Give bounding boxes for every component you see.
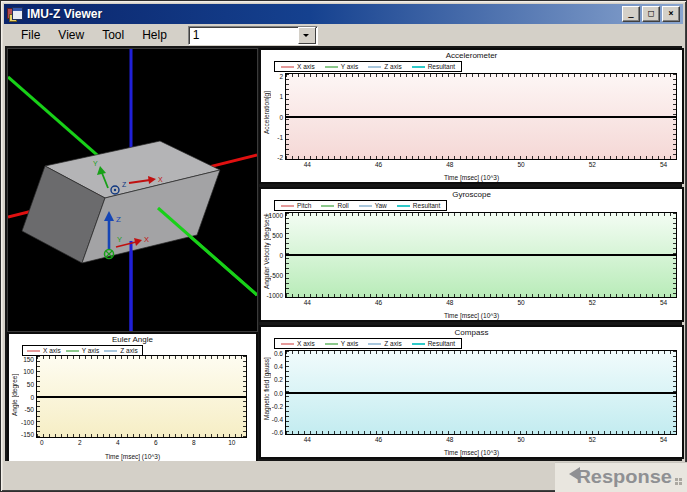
legend-item: Resultant (397, 202, 440, 209)
axis-ticks (37, 356, 246, 359)
x-tick-label: 44 (304, 436, 311, 443)
x-tick-label: 46 (375, 436, 382, 443)
chart-legend: X axisY axisZ axis (22, 345, 143, 356)
menu-item-help[interactable]: Help (133, 25, 176, 45)
y-tick-label: -0.4 (272, 415, 283, 422)
legend-item: Y axis (325, 340, 359, 347)
x-tick-label: 6 (154, 439, 158, 446)
legend-label: Y axis (82, 347, 100, 354)
x-tick-label: 46 (375, 299, 382, 306)
menu-bar: File View Tool Help 1 (4, 24, 683, 46)
title-bar[interactable]: IMU-Z Viewer _ □ × (4, 4, 683, 24)
x-tick-label: 50 (517, 161, 524, 168)
3d-model-viewport[interactable]: Y Z X Z Y X (7, 48, 258, 332)
legend-label: Z axis (384, 340, 401, 347)
y-tick-label: 1 (279, 93, 283, 100)
x-tick-label: 52 (589, 299, 596, 306)
x-tick-label: 54 (660, 436, 667, 443)
legend-item: Z axis (368, 63, 401, 70)
x-tick-label: 50 (517, 436, 524, 443)
combobox-dropdown-arrow-icon[interactable] (298, 27, 316, 44)
chart-title: Accelerometer (261, 51, 682, 60)
legend-swatch-icon (281, 205, 294, 207)
x-tick-label: 52 (589, 436, 596, 443)
x-tick-label: 46 (375, 161, 382, 168)
legend-swatch-icon (281, 66, 294, 68)
axis-ticks (37, 434, 246, 437)
chart-title: Euler Angle (9, 335, 256, 344)
y-tick-label: 0 (279, 252, 283, 259)
app-icon (7, 7, 22, 21)
x-tick-label: 50 (517, 299, 524, 306)
compass-chart: CompassX axisY axisZ axisResultant0.60.4… (259, 325, 684, 459)
y-tick-label: -0.6 (272, 429, 283, 436)
x-tick-label: 8 (192, 439, 196, 446)
window-title: IMU-Z Viewer (27, 7, 620, 21)
chart-title: Compass (261, 328, 682, 337)
chart-plot-area: 0.60.40.20.0-0.2-0.4-0.6444648505254 (285, 350, 677, 435)
y-tick-label: 500 (272, 232, 283, 239)
x-axis-title: Time [msec] (10^3) (261, 312, 682, 319)
top-face-z-dot (114, 189, 116, 191)
legend-item: Z axis (104, 347, 137, 354)
axis-ticks (286, 294, 676, 297)
zero-line (286, 392, 676, 394)
legend-label: Y axis (341, 63, 359, 70)
y-tick-label: -0.2 (272, 402, 283, 409)
legend-label: Resultant (428, 63, 455, 70)
menu-item-file[interactable]: File (12, 25, 49, 45)
legend-item: Resultant (412, 340, 455, 347)
y-axis-title: Angle [degree] (10, 348, 19, 441)
legend-label: Yaw (375, 202, 387, 209)
y-tick-label: -1 (277, 133, 283, 140)
legend-label: Roll (337, 202, 348, 209)
x-tick-label: 44 (304, 161, 311, 168)
y-tick-label: 150 (23, 355, 34, 362)
legend-item: Roll (321, 202, 348, 209)
top-face-x-label: X (158, 176, 163, 183)
front-face-y-label: Y (117, 235, 122, 244)
legend-item: X axis (27, 347, 61, 354)
legend-item: X axis (281, 63, 315, 70)
legend-item: Y axis (66, 347, 100, 354)
legend-label: Z axis (384, 63, 401, 70)
x-tick-label: 52 (589, 161, 596, 168)
y-tick-label: 0.2 (274, 376, 283, 383)
y-tick-label: 100 (23, 368, 34, 375)
chart-legend: X axisY axisZ axisResultant (274, 338, 462, 349)
x-axis-title: Time [msec] (10^3) (9, 453, 256, 460)
y-tick-label: -50 (25, 406, 34, 413)
legend-swatch-icon (27, 350, 40, 352)
legend-item: X axis (281, 340, 315, 347)
legend-swatch-icon (104, 350, 117, 352)
y-axis-title: Acceleration[g] (262, 64, 271, 162)
y-axis-title: Magnetic field [gauss] (262, 341, 271, 437)
front-face-x-label: X (144, 235, 149, 244)
legend-label: Z axis (120, 347, 137, 354)
legend-item: Resultant (412, 63, 455, 70)
y-tick-label: 0.6 (274, 349, 283, 356)
device-combobox-value: 1 (189, 27, 298, 44)
gyroscope-chart: GyroscopePitchRollYawResultant+10005000-… (259, 187, 684, 322)
y-tick-label: 0 (30, 393, 34, 400)
close-button[interactable]: × (662, 6, 680, 22)
zero-line (286, 254, 676, 256)
minimize-button[interactable]: _ (622, 6, 640, 22)
client-area: Y Z X Z Y X AccelerometerX axi (5, 46, 682, 487)
y-tick-label: 0.0 (274, 389, 283, 396)
y-tick-label: 50 (27, 380, 34, 387)
legend-label: Y axis (341, 340, 359, 347)
device-combobox[interactable]: 1 (188, 26, 318, 45)
maximize-button[interactable]: □ (642, 6, 660, 22)
legend-label: X axis (43, 347, 61, 354)
legend-label: X axis (297, 340, 315, 347)
3d-viewport-canvas: Y Z X Z Y X (8, 49, 257, 331)
zero-line (286, 116, 676, 118)
menu-item-tool[interactable]: Tool (93, 25, 133, 45)
application-window: IMU-Z Viewer _ □ × File View Tool Help 1 (0, 0, 687, 492)
menu-item-view[interactable]: View (49, 25, 93, 45)
y-tick-label: -150 (21, 431, 34, 438)
legend-swatch-icon (412, 66, 425, 68)
legend-swatch-icon (321, 205, 334, 207)
y-tick-label: -100 (21, 418, 34, 425)
